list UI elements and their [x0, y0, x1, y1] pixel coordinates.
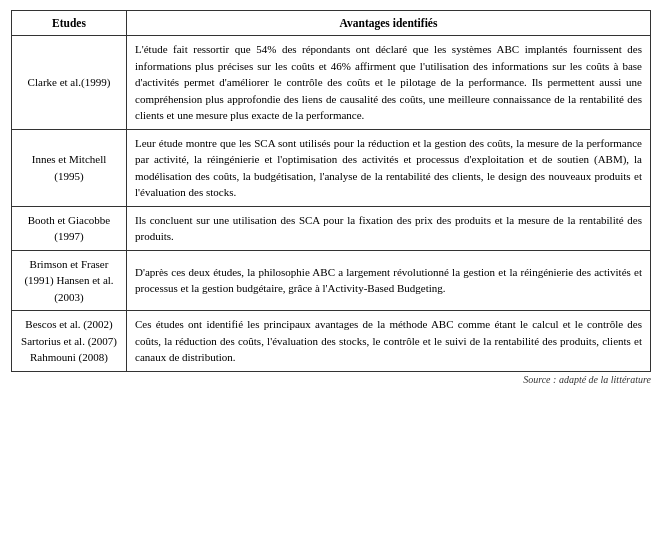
table-row: Brimson et Fraser (1991) Hansen et al. (…: [12, 250, 651, 311]
etude-cell: Innes et Mitchell (1995): [12, 129, 127, 206]
etude-cell: Booth et Giacobbe (1997): [12, 206, 127, 250]
avantage-cell: Ils concluent sur une utilisation des SC…: [127, 206, 651, 250]
etude-cell: Brimson et Fraser (1991) Hansen et al. (…: [12, 250, 127, 311]
header-etudes: Etudes: [12, 11, 127, 36]
avantage-cell: D'après ces deux études, la philosophie …: [127, 250, 651, 311]
source-note: Source : adapté de la littérature: [11, 374, 651, 385]
etude-cell: Clarke et al.(1999): [12, 36, 127, 130]
table-row: Bescos et al. (2002) Sartorius et al. (2…: [12, 311, 651, 372]
table-row: Clarke et al.(1999)L'étude fait ressorti…: [12, 36, 651, 130]
table-row: Innes et Mitchell (1995)Leur étude montr…: [12, 129, 651, 206]
table-row: Booth et Giacobbe (1997)Ils concluent su…: [12, 206, 651, 250]
main-table: Etudes Avantages identifiés Clarke et al…: [11, 10, 651, 372]
avantage-cell: L'étude fait ressortir que 54% des répon…: [127, 36, 651, 130]
etude-cell: Bescos et al. (2002) Sartorius et al. (2…: [12, 311, 127, 372]
avantage-cell: Ces études ont identifié les principaux …: [127, 311, 651, 372]
avantage-cell: Leur étude montre que les SCA sont utili…: [127, 129, 651, 206]
header-avantages: Avantages identifiés: [127, 11, 651, 36]
